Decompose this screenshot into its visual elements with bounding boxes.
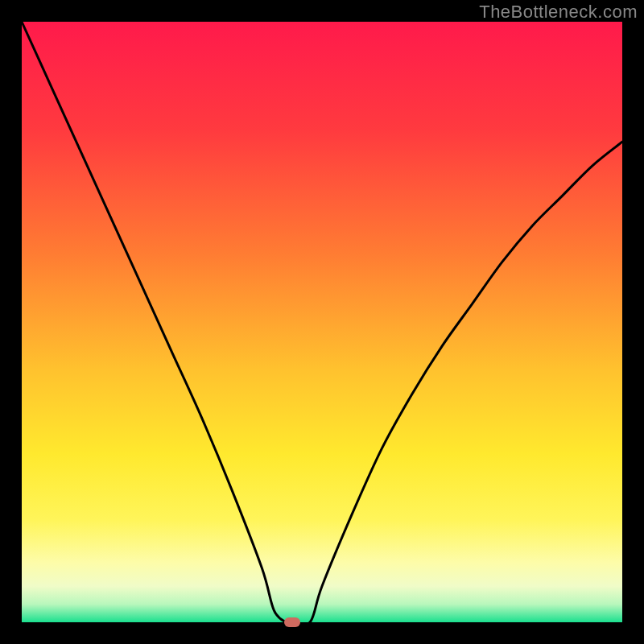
chart-frame: TheBottleneck.com <box>0 0 644 644</box>
curve-layer <box>22 22 622 622</box>
plot-area <box>22 22 622 622</box>
watermark-text: TheBottleneck.com <box>479 2 638 23</box>
bottleneck-curve <box>22 22 622 625</box>
optimal-point-marker <box>284 617 300 627</box>
